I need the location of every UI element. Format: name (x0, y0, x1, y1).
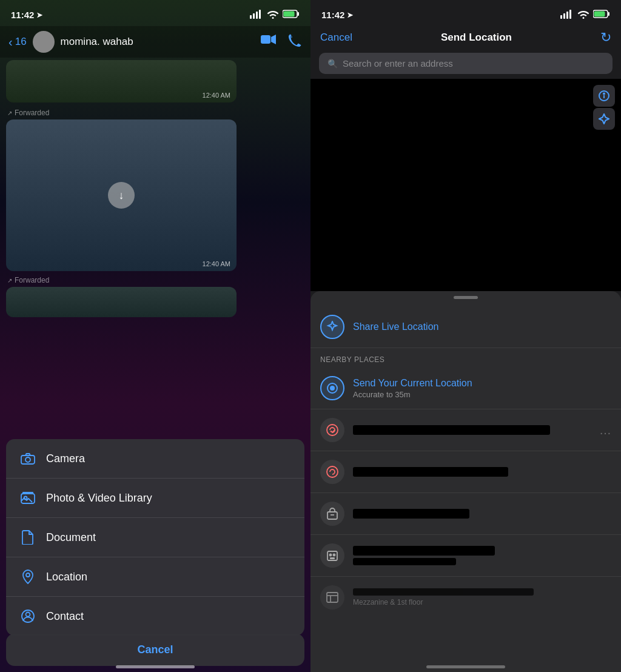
svg-rect-34 (330, 557, 335, 559)
map-location-button[interactable] (593, 108, 615, 130)
send-location-cancel-button[interactable]: Cancel (320, 32, 352, 44)
nearby-item-5[interactable]: Mezzanine & 1st floor (310, 577, 621, 618)
nearby-item-2-text (353, 467, 611, 477)
nearby-item-4[interactable] (310, 535, 621, 577)
photo-library-icon (18, 488, 38, 508)
redacted-title-1 (353, 425, 550, 435)
redacted-subtitle-4 (353, 558, 456, 565)
message-video-2 (6, 287, 237, 317)
location-icon (18, 567, 38, 586)
action-sheet-cancel-button[interactable]: Cancel (6, 634, 304, 666)
battery-icon (283, 9, 300, 21)
search-bar[interactable]: 🔍 Search or enter an address (319, 53, 613, 74)
forwarded-label-2: ↗ Forwarded (6, 272, 304, 286)
right-location-arrow-icon: ➤ (347, 11, 353, 19)
more-icon-1: … (599, 423, 611, 437)
left-status-icons (250, 7, 300, 22)
svg-rect-3 (259, 10, 261, 19)
right-signal-icon (560, 7, 574, 22)
left-time: 11:42 ➤ (11, 10, 42, 20)
svg-point-15 (26, 613, 30, 617)
contact-name: momina. wahab (61, 36, 261, 48)
camera-label: Camera (46, 452, 85, 465)
nearby-icon-3 (320, 502, 344, 526)
share-live-location-item[interactable]: Share Live Location (310, 306, 621, 348)
send-location-title: Send Location (441, 32, 512, 44)
current-location-text: Send Your Current Location Accurate to 3… (353, 378, 611, 399)
wifi-icon (266, 7, 280, 22)
phone-call-icon[interactable] (289, 34, 302, 50)
svg-point-25 (603, 93, 605, 95)
nearby-icon-1 (320, 418, 344, 442)
back-button[interactable]: ‹ 16 (8, 35, 27, 49)
search-placeholder: Search or enter an address (343, 58, 453, 69)
home-indicator-left (116, 665, 195, 668)
svg-rect-11 (22, 492, 33, 494)
redacted-title-2 (353, 467, 508, 477)
bottom-sheet: Share Live Location NEARBY PLACES Send Y… (310, 291, 621, 672)
nearby-item-2[interactable] (310, 451, 621, 493)
back-chevron-icon: ‹ (8, 35, 13, 49)
message-image-1: 12:40 AM (6, 60, 237, 102)
document-label: Document (46, 531, 96, 544)
signal-icon (250, 7, 263, 22)
nearby-places-header: NEARBY PLACES (310, 348, 621, 368)
redacted-title-3 (353, 509, 469, 519)
right-status-icons (560, 7, 610, 22)
live-location-text: Share Live Location (353, 321, 611, 332)
redacted-title-5 (353, 588, 534, 596)
svg-point-33 (334, 554, 335, 556)
svg-point-13 (26, 573, 30, 577)
nearby-item-3-text (353, 509, 611, 519)
contact-icon (18, 606, 38, 626)
left-header: ‹ 16 momina. wahab (0, 26, 310, 58)
svg-point-9 (25, 457, 30, 462)
time-text: 11:42 (11, 10, 34, 20)
right-status-bar: 11:42 ➤ (310, 0, 621, 26)
download-button[interactable]: ↓ (108, 182, 135, 209)
left-status-bar: 11:42 ➤ (0, 0, 310, 26)
right-wifi-icon (577, 7, 590, 22)
svg-rect-1 (253, 13, 255, 19)
svg-rect-21 (608, 12, 610, 16)
action-camera[interactable]: Camera (6, 439, 304, 479)
nearby-icon-2 (320, 460, 344, 484)
action-contact[interactable]: Contact (6, 597, 304, 636)
send-location-header: Cancel Send Location ↻ (310, 26, 621, 53)
nearby-item-5-text: Mezzanine & 1st floor (353, 588, 611, 606)
redacted-title-4 (353, 546, 495, 556)
svg-rect-30 (327, 512, 337, 519)
svg-rect-8 (21, 455, 35, 464)
svg-rect-6 (284, 12, 295, 17)
document-icon (18, 528, 38, 547)
map-info-button[interactable] (593, 85, 615, 107)
right-time: 11:42 ➤ (321, 10, 353, 20)
nearby-item-1-text (353, 425, 599, 435)
svg-rect-5 (298, 12, 300, 16)
photo-library-label: Photo & Video Library (46, 492, 152, 505)
svg-rect-22 (594, 12, 605, 17)
action-document[interactable]: Document (6, 518, 304, 557)
left-panel: 11:42 ➤ ‹ 16 momina. wahab (0, 0, 310, 672)
search-icon: 🔍 (327, 59, 338, 69)
contact-label: Contact (46, 610, 84, 623)
refresh-button[interactable]: ↻ (600, 30, 611, 45)
forwarded-label-1: ↗ Forwarded (6, 105, 304, 118)
action-location[interactable]: Location (6, 557, 304, 597)
nearby-item-3[interactable] (310, 493, 621, 535)
svg-rect-0 (250, 15, 252, 19)
svg-rect-16 (560, 15, 562, 19)
send-current-location-item[interactable]: Send Your Current Location Accurate to 3… (310, 368, 621, 409)
nearby-item-1[interactable]: … (310, 409, 621, 451)
map-canvas (310, 79, 621, 291)
svg-rect-2 (256, 12, 258, 19)
nearby-icon-4 (320, 543, 344, 568)
svg-rect-7 (261, 35, 270, 44)
action-photo-library[interactable]: Photo & Video Library (6, 479, 304, 518)
right-panel: 11:42 ➤ Cancel Send Location ↻ 🔍 Search … (310, 0, 621, 672)
svg-point-26 (330, 386, 335, 391)
video-call-icon[interactable] (261, 34, 277, 50)
nearby-item-5-subtitle: Mezzanine & 1st floor (353, 598, 611, 606)
right-battery-icon (593, 9, 610, 21)
location-label: Location (46, 571, 87, 583)
